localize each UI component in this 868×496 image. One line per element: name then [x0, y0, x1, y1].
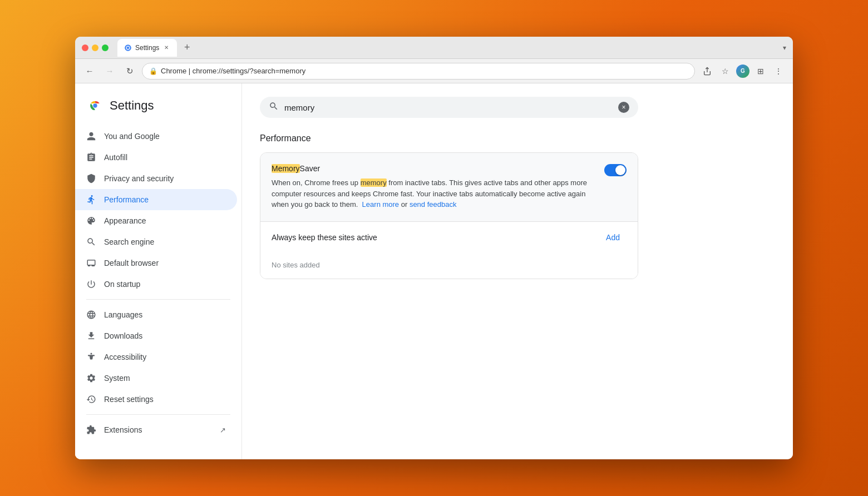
performance-icon [86, 195, 96, 205]
back-button[interactable]: ← [82, 63, 97, 79]
search-icon [269, 101, 279, 113]
download-icon [86, 331, 96, 341]
nav-actions: ☆ G ⊞ ⋮ [699, 63, 786, 79]
memory-saver-toggle[interactable] [604, 164, 627, 176]
sidebar-item-default-browser[interactable]: Default browser [75, 252, 237, 274]
shield-icon [86, 173, 96, 183]
memory-saver-header: Memory Saver When on, Chrome frees up me… [272, 164, 627, 210]
active-tab[interactable]: Settings ✕ [117, 39, 177, 57]
bookmark-icon[interactable]: ☆ [717, 63, 733, 79]
sidebar-label-extensions: Extensions [104, 425, 142, 434]
palette-icon [86, 216, 96, 226]
search-icon [86, 237, 96, 247]
sidebar-divider-2 [86, 414, 230, 415]
address-text: Chrome | chrome://settings/?search=memor… [161, 67, 305, 75]
sidebar-label-performance: Performance [104, 195, 149, 204]
external-link-icon: ↗ [220, 426, 226, 434]
sidebar-divider-1 [86, 299, 230, 300]
memory-saver-title-suffix: Saver [300, 164, 320, 173]
nav-bar: ← → ↻ 🔒 Chrome | chrome://settings/?sear… [75, 59, 793, 83]
sidebar-label-privacy-security: Privacy and security [104, 174, 174, 183]
sidebar-item-extensions[interactable]: Extensions ↗ [75, 419, 237, 440]
learn-more-link[interactable]: Learn more [362, 200, 399, 209]
memory-saver-card: Memory Saver When on, Chrome frees up me… [260, 152, 638, 279]
sidebar-label-appearance: Appearance [104, 216, 146, 225]
globe-icon [86, 310, 96, 320]
clipboard-icon [86, 152, 96, 162]
traffic-lights [82, 44, 108, 51]
sidebar-item-autofill[interactable]: Autofill [75, 147, 237, 168]
person-icon [86, 131, 96, 141]
page-title: Settings [110, 98, 154, 113]
memory-saver-content: Memory Saver When on, Chrome frees up me… [272, 164, 595, 210]
share-icon[interactable] [699, 63, 715, 79]
accessibility-icon [86, 352, 96, 362]
always-active-row: Always keep these sites active Add [260, 221, 638, 253]
search-container: memory × [260, 97, 775, 118]
always-active-label: Always keep these sites active [272, 233, 377, 242]
memory-saver-section: Memory Saver When on, Chrome frees up me… [260, 153, 638, 221]
forward-button[interactable]: → [102, 63, 117, 79]
sidebar-label-search-engine: Search engine [104, 237, 154, 246]
tab-label: Settings [135, 44, 159, 52]
sidebar-label-default-browser: Default browser [104, 259, 159, 267]
svg-point-5 [93, 103, 97, 107]
send-feedback-link[interactable]: send feedback [410, 200, 457, 209]
minimize-button[interactable] [92, 44, 98, 51]
maximize-button[interactable] [102, 44, 108, 51]
no-sites-row: No sites added [260, 253, 638, 279]
sidebar-label-on-startup: On startup [104, 280, 140, 289]
tab-bar: Settings ✕ + [117, 39, 778, 57]
sidebar-label-autofill: Autofill [104, 153, 127, 162]
tab-close-button[interactable]: ✕ [162, 44, 170, 52]
sidebar-label-reset-settings: Reset settings [104, 395, 154, 404]
browser-window: Settings ✕ + ▾ ← → ↻ 🔒 Chrome | chrome:/… [75, 37, 793, 459]
sidebar-item-system[interactable]: System [75, 368, 237, 389]
tab-dropdown-icon[interactable]: ▾ [783, 44, 786, 52]
sidebar-label-you-and-google: You and Google [104, 132, 160, 141]
sidebar-item-downloads[interactable]: Downloads [75, 325, 237, 346]
more-menu-icon[interactable]: ⋮ [771, 63, 786, 79]
sidebar-label-system: System [104, 374, 130, 383]
settings-header: Settings [75, 92, 241, 126]
browser-icon [86, 258, 96, 268]
search-value[interactable]: memory [284, 103, 613, 112]
content-area: memory × Performance Memory Saver [242, 83, 793, 459]
chrome-logo [86, 97, 104, 115]
sidebar-item-you-and-google[interactable]: You and Google [75, 126, 237, 147]
search-box: memory × [260, 97, 638, 118]
add-sites-button[interactable]: Add [599, 230, 627, 245]
sidebar-label-accessibility: Accessibility [104, 353, 146, 361]
title-bar: Settings ✕ + ▾ [75, 37, 793, 59]
sidebar-label-languages: Languages [104, 310, 142, 319]
address-bar[interactable]: 🔒 Chrome | chrome://settings/?search=mem… [142, 63, 695, 80]
sidebar-item-reset-settings[interactable]: Reset settings [75, 389, 237, 410]
close-button[interactable] [82, 44, 88, 51]
reset-icon [86, 394, 96, 404]
sidebar-item-appearance[interactable]: Appearance [75, 210, 237, 231]
no-sites-text: No sites added [272, 261, 320, 269]
tab-favicon [124, 44, 132, 52]
new-tab-button[interactable]: + [179, 40, 195, 56]
profile-icon[interactable]: G [735, 63, 751, 79]
sidebar-item-on-startup[interactable]: On startup [75, 274, 237, 295]
sidebar-item-accessibility[interactable]: Accessibility [75, 346, 237, 368]
sidebar-item-privacy-security[interactable]: Privacy and security [75, 168, 237, 189]
search-clear-button[interactable]: × [618, 102, 629, 113]
reload-button[interactable]: ↻ [122, 63, 137, 79]
memory-saver-description: When on, Chrome frees up memory from ina… [272, 177, 595, 210]
memory-highlight-desc: memory [361, 178, 387, 187]
desc-before: When on, Chrome frees up [272, 178, 361, 187]
sidebar-item-search-engine[interactable]: Search engine [75, 231, 237, 252]
extensions-icon [86, 425, 96, 435]
main-content: Settings You and Google Autofill Privac [75, 83, 793, 459]
profile-avatar: G [736, 65, 749, 78]
toggle-wrap [604, 164, 627, 176]
sidebar: Settings You and Google Autofill Privac [75, 83, 242, 459]
sidebar-item-languages[interactable]: Languages [75, 304, 237, 325]
svg-point-6 [91, 353, 92, 355]
tab-grid-icon[interactable]: ⊞ [753, 63, 768, 79]
sidebar-label-downloads: Downloads [104, 331, 142, 340]
power-icon [86, 279, 96, 289]
sidebar-item-performance[interactable]: Performance [75, 189, 237, 210]
